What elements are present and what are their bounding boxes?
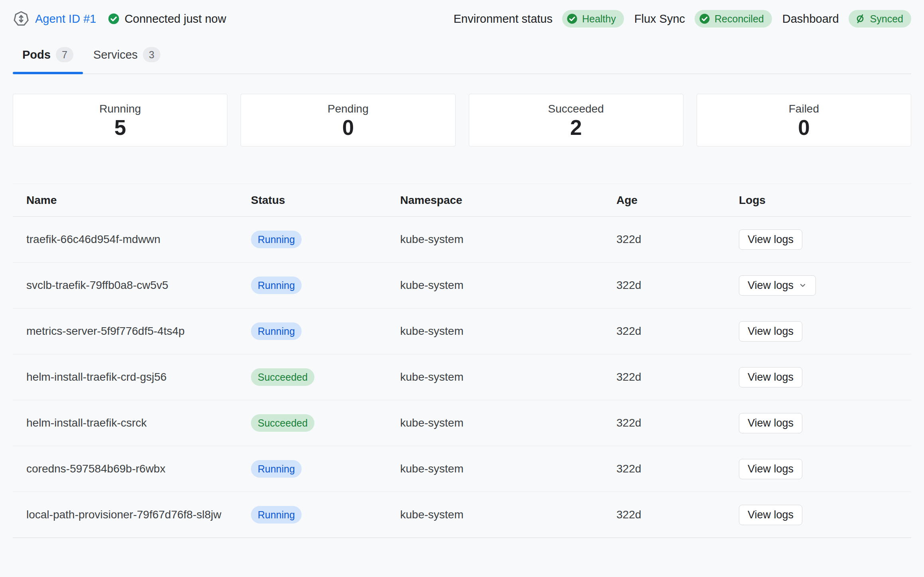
environment-status-badge-text: Healthy	[582, 14, 616, 24]
column-header-age: Age	[616, 194, 739, 207]
pod-age: 322d	[616, 279, 739, 292]
dashboard-sync-badge: Synced	[849, 10, 911, 28]
top-bar: Agent ID #1 Connected just now Environme…	[13, 9, 911, 29]
status-badge: Running	[251, 277, 302, 294]
connection-status-text: Connected just now	[124, 12, 226, 26]
status-badge: Running	[251, 231, 302, 248]
view-logs-label: View logs	[748, 233, 794, 246]
tab-pods-label: Pods	[22, 48, 51, 61]
pod-name: metrics-server-5f9f776df5-4ts4p	[26, 323, 251, 340]
pods-table: Name Status Namespace Age Logs traefik-6…	[13, 184, 911, 538]
view-logs-dropdown-button[interactable]: View logs	[739, 275, 816, 296]
pod-age: 322d	[616, 417, 739, 429]
stat-running-label: Running	[99, 103, 141, 115]
pod-namespace: kube-system	[400, 233, 616, 246]
flux-sync-label: Flux Sync	[634, 12, 685, 26]
view-logs-button[interactable]: View logs	[739, 367, 802, 387]
status-badge: Running	[251, 460, 302, 478]
status-badge: Running	[251, 506, 302, 524]
pod-name: local-path-provisioner-79f67d76f8-sl8jw	[26, 507, 251, 523]
stat-failed-label: Failed	[789, 103, 819, 115]
table-row: traefik-66c46d954f-mdwwn Running kube-sy…	[13, 217, 911, 263]
pod-name: svclb-traefik-79ffb0a8-cw5v5	[26, 277, 251, 294]
view-logs-label: View logs	[748, 509, 794, 521]
check-circle-icon	[566, 13, 578, 25]
view-logs-button[interactable]: View logs	[739, 413, 802, 433]
view-logs-button[interactable]: View logs	[739, 505, 802, 525]
stat-running-value: 5	[114, 117, 126, 138]
stat-pending-label: Pending	[328, 103, 369, 115]
chevron-down-icon	[798, 281, 807, 290]
view-logs-button[interactable]: View logs	[739, 321, 802, 342]
view-logs-label: View logs	[748, 417, 794, 429]
stat-succeeded-label: Succeeded	[548, 103, 604, 115]
stat-failed-value: 0	[798, 117, 809, 138]
pod-age: 322d	[616, 371, 739, 383]
pod-name: traefik-66c46d954f-mdwwn	[26, 231, 251, 248]
view-logs-label: View logs	[748, 371, 794, 383]
status-badge: Succeeded	[251, 368, 314, 386]
table-row: helm-install-traefik-crd-gsj56 Succeeded…	[13, 354, 911, 400]
environment-status-badge: Healthy	[562, 10, 624, 28]
pod-age: 322d	[616, 325, 739, 338]
sync-icon	[854, 13, 866, 25]
flux-sync-badge: Reconciled	[695, 10, 772, 28]
pod-age: 322d	[616, 462, 739, 475]
table-row: coredns-597584b69b-r6wbx Running kube-sy…	[13, 446, 911, 492]
table-row: helm-install-traefik-csrck Succeeded kub…	[13, 400, 911, 446]
table-row: metrics-server-5f9f776df5-4ts4p Running …	[13, 308, 911, 354]
pod-name: coredns-597584b69b-r6wbx	[26, 461, 251, 477]
pod-namespace: kube-system	[400, 279, 616, 292]
agent-id-link[interactable]: Agent ID #1	[35, 12, 96, 26]
view-logs-button[interactable]: View logs	[739, 459, 802, 479]
tab-services[interactable]: Services 3	[84, 47, 170, 73]
pod-age: 322d	[616, 233, 739, 246]
stat-card-running: Running 5	[13, 94, 227, 146]
column-header-logs: Logs	[739, 194, 911, 207]
tab-pods[interactable]: Pods 7	[13, 47, 83, 73]
table-header: Name Status Namespace Age Logs	[13, 184, 911, 217]
stat-card-succeeded: Succeeded 2	[469, 94, 683, 146]
environment-status-label: Environment status	[454, 12, 553, 26]
pod-namespace: kube-system	[400, 325, 616, 338]
dashboard-sync-badge-text: Synced	[870, 14, 903, 24]
pod-name: helm-install-traefik-crd-gsj56	[26, 369, 251, 385]
flux-sync-badge-text: Reconciled	[715, 14, 764, 24]
view-logs-label: View logs	[748, 279, 794, 292]
tab-services-label: Services	[93, 48, 138, 61]
agent-pod-icon	[13, 10, 30, 27]
pod-namespace: kube-system	[400, 462, 616, 475]
view-logs-button[interactable]: View logs	[739, 229, 802, 250]
table-row: local-path-provisioner-79f67d76f8-sl8jw …	[13, 492, 911, 538]
table-row: svclb-traefik-79ffb0a8-cw5v5 Running kub…	[13, 263, 911, 308]
view-logs-label: View logs	[748, 325, 794, 338]
check-circle-icon	[699, 13, 711, 25]
pod-age: 322d	[616, 508, 739, 521]
pod-name: helm-install-traefik-csrck	[26, 415, 251, 431]
stat-card-failed: Failed 0	[697, 94, 911, 146]
status-badge: Running	[251, 322, 302, 340]
pod-namespace: kube-system	[400, 417, 616, 429]
stat-card-pending: Pending 0	[241, 94, 455, 146]
status-badge: Succeeded	[251, 414, 314, 432]
column-header-status: Status	[251, 194, 400, 207]
column-header-namespace: Namespace	[400, 194, 616, 207]
tab-services-count: 3	[143, 47, 160, 62]
pod-stats: Running 5 Pending 0 Succeeded 2 Failed 0	[13, 94, 911, 146]
connected-check-icon	[107, 12, 120, 25]
pod-namespace: kube-system	[400, 508, 616, 521]
stat-pending-value: 0	[342, 117, 354, 138]
pod-namespace: kube-system	[400, 371, 616, 383]
dashboard-label: Dashboard	[782, 12, 839, 26]
view-logs-label: View logs	[748, 463, 794, 475]
tab-bar: Pods 7 Services 3	[13, 47, 911, 74]
column-header-name: Name	[26, 194, 251, 207]
stat-succeeded-value: 2	[570, 117, 582, 138]
tab-pods-count: 7	[56, 47, 73, 62]
